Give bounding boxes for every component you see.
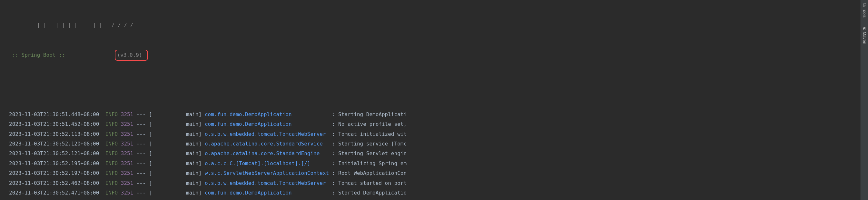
log-message: Started DemoApplicatio (338, 188, 407, 198)
log-pid: 3251 (121, 119, 133, 129)
log-thread: main (152, 149, 198, 159)
spring-boot-label: :: Spring Boot :: (9, 50, 68, 60)
log-line: 2023-11-03T21:30:52.462+08:00 INFO 3251 … (9, 178, 868, 188)
log-level: INFO (105, 168, 118, 178)
log-thread: main (152, 178, 198, 188)
log-pid: 3251 (121, 159, 133, 168)
log-pid: 3251 (121, 130, 133, 139)
log-message: Root WebApplicationCon (338, 168, 407, 178)
log-timestamp: 2023-11-03T21:30:52.113+08:00 (9, 130, 99, 139)
log-timestamp: 2023-11-03T21:30:51.448+08:00 (9, 110, 99, 119)
log-timestamp: 2023-11-03T21:30:52.195+08:00 (9, 159, 99, 168)
log-level: INFO (105, 178, 118, 188)
log-line: 2023-11-03T21:30:51.448+08:00 INFO 3251 … (9, 110, 868, 119)
log-line: 2023-11-03T21:30:52.471+08:00 INFO 3251 … (9, 188, 868, 198)
log-line: 2023-11-03T21:30:52.197+08:00 INFO 3251 … (9, 168, 868, 178)
log-thread: main (152, 168, 198, 178)
log-message: Starting service [Tomc (338, 139, 407, 149)
banner-padding (68, 50, 115, 60)
log-separator: --- [ (133, 168, 152, 178)
log-thread: main (152, 119, 198, 129)
log-level: INFO (105, 110, 118, 119)
log-level: INFO (105, 159, 118, 168)
log-timestamp: 2023-11-03T21:30:51.452+08:00 (9, 119, 99, 129)
log-pid: 3251 (121, 139, 133, 149)
log-logger: o.apache.catalina.core.StandardEngine (205, 149, 329, 159)
log-logger: o.apache.catalina.core.StandardService (205, 139, 329, 149)
log-level: INFO (105, 130, 118, 139)
log-line: 2023-11-03T21:30:52.120+08:00 INFO 3251 … (9, 139, 868, 149)
log-separator: --- [ (133, 159, 152, 168)
log-message: Tomcat started on port (338, 178, 407, 188)
log-line: 2023-11-03T21:30:52.121+08:00 INFO 3251 … (9, 149, 868, 159)
log-line: 2023-11-03T21:30:52.113+08:00 INFO 3251 … (9, 130, 868, 139)
log-timestamp: 2023-11-03T21:30:52.121+08:00 (9, 149, 99, 159)
log-thread: main (152, 159, 198, 168)
log-separator: --- [ (133, 119, 152, 129)
log-logger: o.a.c.c.C.[Tomcat].[localhost].[/] (205, 159, 329, 168)
spring-boot-version-highlight: (v3.0.9) (115, 50, 148, 61)
log-thread: main (152, 188, 198, 198)
tool-tab-data-tools[interactable]: ta Tools (860, 2, 868, 19)
right-tool-strip: ta Tools m Maven (860, 0, 868, 200)
log-message: No active profile set, (338, 119, 407, 129)
log-message: Initializing Spring em (338, 159, 407, 168)
blank-line (9, 80, 868, 90)
log-timestamp: 2023-11-03T21:30:52.197+08:00 (9, 168, 99, 178)
log-message: Starting Servlet engin (338, 149, 407, 159)
log-logger: com.fun.demo.DemoApplication (205, 188, 329, 198)
log-level: INFO (105, 119, 118, 129)
log-pid: 3251 (121, 188, 133, 198)
log-level: INFO (105, 188, 118, 198)
log-pid: 3251 (121, 168, 133, 178)
log-thread: main (152, 139, 198, 149)
log-message: Starting DemoApplicati (338, 110, 407, 119)
log-separator: --- [ (133, 188, 152, 198)
log-timestamp: 2023-11-03T21:30:52.120+08:00 (9, 139, 99, 149)
console-output: ___| |___|_| |_|_____|_|___/ / / / :: Sp… (0, 0, 868, 200)
log-timestamp: 2023-11-03T21:30:52.462+08:00 (9, 178, 99, 188)
banner-ascii: ___| |___|_| |_|_____|_|___/ / / / (9, 20, 868, 30)
log-pid: 3251 (121, 178, 133, 188)
log-level: INFO (105, 139, 118, 149)
log-logger: w.s.c.ServletWebServerApplicationContext (205, 168, 329, 178)
spring-boot-banner-line: :: Spring Boot :: (v3.0.9) (9, 50, 868, 61)
log-separator: --- [ (133, 149, 152, 159)
log-level: INFO (105, 149, 118, 159)
log-timestamp: 2023-11-03T21:30:52.471+08:00 (9, 188, 99, 198)
log-message: Tomcat initialized wit (338, 130, 407, 139)
log-line: 2023-11-03T21:30:51.452+08:00 INFO 3251 … (9, 119, 868, 129)
log-separator: --- [ (133, 178, 152, 188)
log-logger: com.fun.demo.DemoApplication (205, 110, 329, 119)
log-line: 2023-11-03T21:30:52.195+08:00 INFO 3251 … (9, 159, 868, 168)
log-logger: com.fun.demo.DemoApplication (205, 119, 329, 129)
log-separator: --- [ (133, 110, 152, 119)
log-thread: main (152, 110, 198, 119)
log-pid: 3251 (121, 110, 133, 119)
log-logger: o.s.b.w.embedded.tomcat.TomcatWebServer (205, 178, 329, 188)
log-separator: --- [ (133, 130, 152, 139)
log-logger: o.s.b.w.embedded.tomcat.TomcatWebServer (205, 130, 329, 139)
log-thread: main (152, 130, 198, 139)
log-lines-container: 2023-11-03T21:30:51.448+08:00 INFO 3251 … (9, 110, 868, 198)
tool-tab-maven[interactable]: m Maven (860, 26, 868, 46)
log-separator: --- [ (133, 139, 152, 149)
log-pid: 3251 (121, 149, 133, 159)
